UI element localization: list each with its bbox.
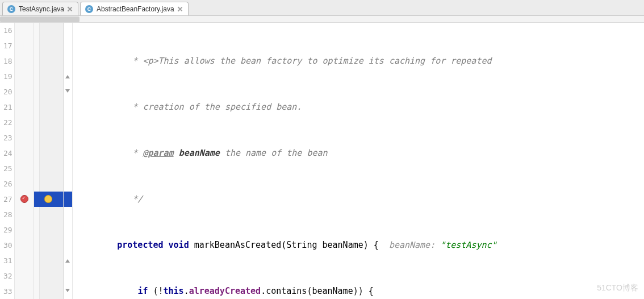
line-number: 20: [0, 84, 11, 99]
line-number: 17: [0, 38, 11, 53]
javadoc: * creation of the specified bean.: [127, 99, 302, 115]
fold-column[interactable]: [64, 23, 73, 299]
code-text: markBeanAsCreated(String beanName) {: [189, 238, 379, 253]
tab-abstractbeanfactory[interactable]: C AbstractBeanFactory.java: [80, 2, 189, 15]
code-text: (!: [148, 284, 163, 299]
line-number: 22: [0, 115, 11, 130]
code-line[interactable]: * creation of the specified bean.: [73, 99, 644, 115]
line-number: 29: [0, 222, 11, 238]
javadoc-param: beanName: [179, 146, 220, 161]
keyword: if: [137, 284, 148, 299]
line-number: 25: [0, 161, 11, 176]
execution-line-strip: [64, 192, 72, 207]
fold-end-icon[interactable]: [65, 73, 70, 79]
line-number: 32: [0, 268, 11, 284]
indent: [76, 53, 127, 69]
indent: [76, 146, 127, 161]
javadoc: the name of the bean: [220, 146, 328, 161]
editor-tabbar: C TestAsync.java C AbstractBeanFactory.j…: [0, 0, 644, 16]
indent: [76, 284, 137, 299]
close-icon[interactable]: [178, 7, 182, 11]
javadoc: * <p>This allows the bean factory to opt…: [127, 53, 491, 69]
line-number: 31: [0, 253, 11, 268]
line-number: 26: [0, 176, 11, 192]
inlay-hint-value: "testAsync": [440, 238, 496, 253]
line-number: 33: [0, 284, 11, 299]
code-area[interactable]: * <p>This allows the bean factory to opt…: [73, 23, 644, 299]
editor-area: 16 17 18 19 20 21 22 23 24 25 26 27 28 2…: [0, 23, 644, 299]
inlay-hint: beanName:: [379, 238, 440, 253]
java-class-icon: C: [7, 5, 15, 13]
fold-start-icon[interactable]: [65, 89, 70, 94]
close-icon[interactable]: [68, 7, 72, 11]
line-number: 23: [0, 130, 11, 146]
ide-root: C TestAsync.java C AbstractBeanFactory.j…: [0, 0, 644, 299]
code-line[interactable]: protected void markBeanAsCreated(String …: [73, 238, 644, 253]
code-line[interactable]: if (!this.alreadyCreated.contains(beanNa…: [73, 284, 644, 299]
javadoc: *: [127, 146, 143, 161]
keyword: void: [169, 238, 189, 253]
code-text: .: [184, 284, 189, 299]
code-text: .contains(beanName)) {: [261, 284, 374, 299]
annotation-strip-divider: [34, 23, 40, 299]
indent: [76, 238, 117, 253]
java-class-icon: C: [85, 5, 93, 13]
fold-end-icon[interactable]: [65, 258, 70, 263]
code-line[interactable]: * <p>This allows the bean factory to opt…: [73, 53, 644, 69]
line-number: 21: [0, 99, 11, 115]
code-line[interactable]: */: [73, 192, 644, 207]
line-number: 16: [0, 23, 11, 38]
fold-start-icon[interactable]: [65, 288, 70, 294]
javadoc-tag: @param: [143, 146, 173, 161]
tab-label: AbstractBeanFactory.java: [97, 5, 174, 13]
line-number: 18: [0, 53, 11, 69]
breakpoint-column[interactable]: [15, 23, 34, 299]
indent: [76, 192, 127, 207]
line-number: 24: [0, 146, 11, 161]
keyword: this: [164, 284, 184, 299]
tab-testasync[interactable]: C TestAsync.java: [2, 2, 78, 15]
field-ref: alreadyCreated: [189, 284, 261, 299]
code-line[interactable]: * @param beanName the name of the bean: [73, 146, 644, 161]
indent: [76, 99, 127, 115]
line-number: 28: [0, 207, 11, 222]
line-number: 30: [0, 238, 11, 253]
tab-label: TestAsync.java: [19, 5, 64, 13]
line-number: 19: [0, 69, 11, 84]
annotation-strip: [34, 23, 64, 299]
javadoc: */: [127, 192, 143, 207]
intention-bulb-icon[interactable]: [44, 195, 52, 203]
keyword: protected: [117, 238, 163, 253]
horizontal-scrollbar[interactable]: [0, 16, 644, 23]
scroll-thumb[interactable]: [0, 16, 80, 22]
line-number: 27: [0, 192, 11, 207]
breakpoint-icon[interactable]: [20, 195, 28, 203]
line-number-gutter: 16 17 18 19 20 21 22 23 24 25 26 27 28 2…: [0, 23, 15, 299]
